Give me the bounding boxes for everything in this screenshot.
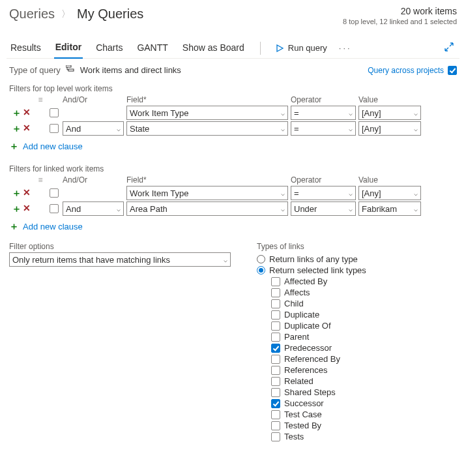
link-type-option: Referenced By [271,353,366,364]
delete-clause-button[interactable]: ✕ [23,123,31,135]
link-type-checkbox[interactable] [271,432,280,441]
insert-clause-button[interactable]: ＋ [12,107,22,119]
link-type-label: Tests [284,432,304,441]
chevron-down-icon: ⌵ [349,110,353,117]
header-andor: And/Or [63,95,124,104]
header-andor: And/Or [63,175,124,185]
delete-clause-button[interactable]: ✕ [23,107,31,119]
top-field-0-select[interactable]: Work Item Type⌵ [126,106,288,120]
link-type-checkbox[interactable] [271,421,280,430]
row-checkbox[interactable] [50,108,59,117]
row-checkbox[interactable] [50,124,59,133]
link-type-option: Predecessor [271,342,366,353]
run-query-label: Run query [288,43,327,53]
svg-marker-0 [277,45,283,52]
link-type-checkbox[interactable] [271,344,280,353]
tab-gantt[interactable]: GANTT [136,38,169,58]
link-type-checkbox[interactable] [271,333,280,342]
link-type-label: Predecessor [284,343,332,353]
tab-charts[interactable]: Charts [95,38,124,58]
radio-selected-types[interactable] [257,266,265,275]
tab-editor[interactable]: Editor [54,38,83,59]
insert-clause-button[interactable]: ＋ [12,123,22,135]
add-clause-label: Add new clause [23,141,83,151]
more-actions-button[interactable]: ··· [339,43,352,53]
run-query-button[interactable]: Run query [275,43,327,53]
chevron-down-icon: ⌵ [414,125,418,132]
breadcrumb: Queries 〉 My Queries [9,5,143,22]
expand-icon[interactable] [444,42,457,54]
linked-field-1-select[interactable]: Area Path⌵ [126,201,288,216]
link-type-option: Parent [271,331,366,342]
link-type-checkbox[interactable] [271,388,280,397]
type-of-query-label: Type of query [9,65,61,75]
linked-operator-0-value: = [294,188,299,198]
linked-andor-1-select[interactable]: And⌵ [63,201,124,216]
delete-clause-button[interactable]: ✕ [23,203,31,215]
top-field-1-select[interactable]: State⌵ [126,121,288,136]
link-type-label: Duplicate Of [284,321,331,331]
link-type-checkbox[interactable] [271,310,280,320]
link-type-checkbox[interactable] [271,410,280,419]
filter-options-select[interactable]: Only return items that have matching lin… [9,252,231,267]
clause-row: ＋ ✕ And⌵ State⌵ =⌵ [Any]⌵ [7,121,459,136]
linked-field-0-select[interactable]: Work Item Type⌵ [126,186,288,200]
link-type-checkbox[interactable] [271,299,280,308]
top-operator-0-select[interactable]: =⌵ [291,106,356,120]
link-type-checkbox[interactable] [271,321,280,331]
linked-value-1-select[interactable]: Fabrikam⌵ [358,201,421,216]
link-type-label: Shared Steps [284,387,336,397]
link-type-label: Tested By [284,421,321,430]
chevron-down-icon: ⌵ [349,205,353,213]
link-type-checkbox[interactable] [271,377,280,386]
stats-count: 20 work items [343,5,457,17]
row-checkbox[interactable] [50,188,59,198]
query-across-projects-checkbox[interactable] [448,66,457,75]
chevron-down-icon: ⌵ [281,125,285,132]
link-type-checkbox[interactable] [271,366,280,375]
link-type-checkbox[interactable] [271,288,280,297]
clause-row: ＋ ✕ Work Item Type⌵ =⌵ [Any]⌵ [7,185,459,201]
header-field: Field* [126,175,288,185]
top-value-0-select[interactable]: [Any]⌵ [358,106,421,120]
top-andor-1-select[interactable]: And⌵ [63,121,124,136]
top-operator-1-select[interactable]: =⌵ [291,121,356,136]
linked-operator-1-select[interactable]: Under⌵ [291,201,356,216]
plus-icon: ＋ [9,140,19,153]
types-of-links-label: Types of links [257,242,366,251]
link-type-option: Affects [271,287,366,298]
stats-detail: 8 top level, 12 linked and 1 selected [343,17,457,26]
linked-operator-1-value: Under [294,204,317,214]
link-type-checkbox[interactable] [271,355,280,364]
radio-any-type[interactable] [257,255,265,263]
link-type-checkbox[interactable] [271,399,280,408]
insert-clause-button[interactable]: ＋ [12,187,22,200]
header-operator: Operator [291,95,356,104]
top-value-0-value: [Any] [362,108,381,118]
header-operator: Operator [291,175,356,185]
linked-field-0-value: Work Item Type [130,188,189,198]
link-type-option: References [271,364,366,376]
linked-value-0-select[interactable]: [Any]⌵ [358,186,421,200]
add-clause-top[interactable]: ＋ Add new clause [7,136,459,159]
insert-clause-button[interactable]: ＋ [12,203,22,215]
tab-results[interactable]: Results [9,38,42,58]
top-field-0-value: Work Item Type [130,108,189,118]
link-type-label: References [284,365,327,375]
link-type-checkbox[interactable] [271,277,280,286]
linked-value-0-value: [Any] [362,188,381,198]
row-checkbox[interactable] [50,204,59,213]
add-clause-linked[interactable]: ＋ Add new clause [7,216,459,239]
query-type-icon [66,65,75,75]
header-field: Field* [126,95,288,104]
link-type-option: Tested By [271,420,366,431]
tab-show-as-board[interactable]: Show as Board [181,38,246,58]
chevron-down-icon: ⌵ [414,190,418,197]
link-type-label: Parent [284,332,309,342]
breadcrumb-parent[interactable]: Queries [9,7,55,22]
delete-clause-button[interactable]: ✕ [23,187,31,200]
top-value-1-select[interactable]: [Any]⌵ [358,121,421,136]
query-type-value[interactable]: Work items and direct links [80,65,181,75]
linked-filters-label: Filters for linked work items [7,159,459,175]
linked-operator-0-select[interactable]: =⌵ [291,186,356,200]
